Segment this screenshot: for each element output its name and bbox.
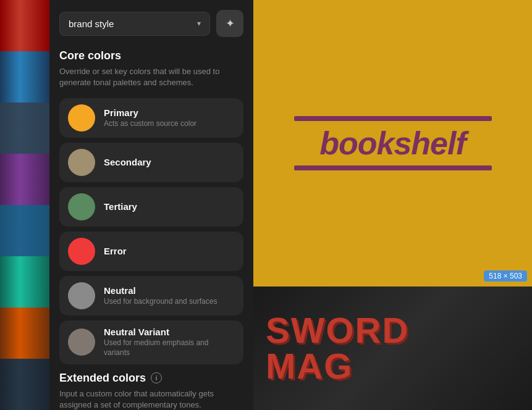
neutral-variant-name: Neutral Variant <box>104 327 235 337</box>
top-controls: brand style ▾ ✦ <box>59 10 243 37</box>
core-colors-section: Core colors Override or set key colors t… <box>59 49 243 364</box>
error-name: Error <box>104 246 127 256</box>
neutral-name: Neutral <box>104 285 217 296</box>
color-item-neutral[interactable]: Neutral Used for background and surfaces <box>59 276 243 316</box>
neutral-desc: Used for background and surfaces <box>104 297 217 307</box>
bookshelf-bar-bottom <box>294 165 492 170</box>
sword-mage-text: SWORDMAG <box>266 312 409 384</box>
secondary-info: Secondary <box>104 157 151 169</box>
primary-desc: Acts as custom source color <box>104 119 196 129</box>
bookshelf-bar-top <box>294 116 492 121</box>
chevron-down-icon: ▾ <box>197 19 201 28</box>
preview-top: bookshelf 518 × 503 <box>253 0 532 287</box>
neutral-swatch <box>68 282 95 309</box>
magic-button[interactable]: ✦ <box>216 10 243 37</box>
book-spine-5 <box>0 205 49 256</box>
secondary-name: Secondary <box>104 157 151 167</box>
magic-icon: ✦ <box>226 17 235 30</box>
color-item-secondary[interactable]: Secondary <box>59 143 243 182</box>
book-spine-3 <box>0 102 49 154</box>
neutral-info: Neutral Used for background and surfaces <box>104 285 217 307</box>
book-spine-6 <box>0 256 49 308</box>
size-badge: 518 × 503 <box>484 270 527 282</box>
bookshelf-logo: bookshelf <box>294 116 492 170</box>
sword-mage-background: SWORDMAG <box>253 287 532 410</box>
core-colors-title: Core colors <box>59 49 243 62</box>
color-item-error[interactable]: Error <box>59 232 243 271</box>
bookshelf-text: bookshelf <box>294 127 492 159</box>
brand-style-select[interactable]: brand style ▾ <box>59 12 210 36</box>
book-strip <box>0 0 49 410</box>
tertiary-swatch <box>68 193 95 220</box>
primary-name: Primary <box>104 107 196 118</box>
color-item-primary[interactable]: Primary Acts as custom source color <box>59 98 243 138</box>
tertiary-info: Tertiary <box>104 201 137 213</box>
neutral-variant-swatch <box>68 328 95 356</box>
brand-style-label: brand style <box>69 19 114 29</box>
primary-info: Primary Acts as custom source color <box>104 107 196 129</box>
color-item-neutral-variant[interactable]: Neutral Variant Used for medium emphasis… <box>59 320 243 364</box>
neutral-variant-desc: Used for medium emphasis and variants <box>104 338 235 358</box>
extended-colors-description: Input a custom color that automatically … <box>59 388 243 410</box>
error-info: Error <box>104 246 127 257</box>
info-icon[interactable]: i <box>151 372 162 383</box>
book-spine-8 <box>0 359 49 410</box>
error-swatch <box>68 238 95 265</box>
preview-bottom: SWORDMAG <box>253 287 532 410</box>
core-colors-description: Override or set key colors that will be … <box>59 66 243 88</box>
primary-swatch <box>68 104 95 132</box>
preview-area: bookshelf 518 × 503 SWORDMAG <box>253 0 532 410</box>
book-spine-4 <box>0 154 49 205</box>
neutral-variant-info: Neutral Variant Used for medium emphasis… <box>104 327 235 358</box>
tertiary-name: Tertiary <box>104 201 137 212</box>
secondary-swatch <box>68 149 95 176</box>
book-spine-2 <box>0 51 49 102</box>
book-spine-7 <box>0 308 49 359</box>
color-item-tertiary[interactable]: Tertiary <box>59 187 243 227</box>
side-panel: brand style ▾ ✦ Core colors Override or … <box>49 0 253 410</box>
extended-colors-title: Extended colors i <box>59 372 243 385</box>
extended-colors-section: Extended colors i Input a custom color t… <box>59 372 243 410</box>
book-spine-1 <box>0 0 49 51</box>
